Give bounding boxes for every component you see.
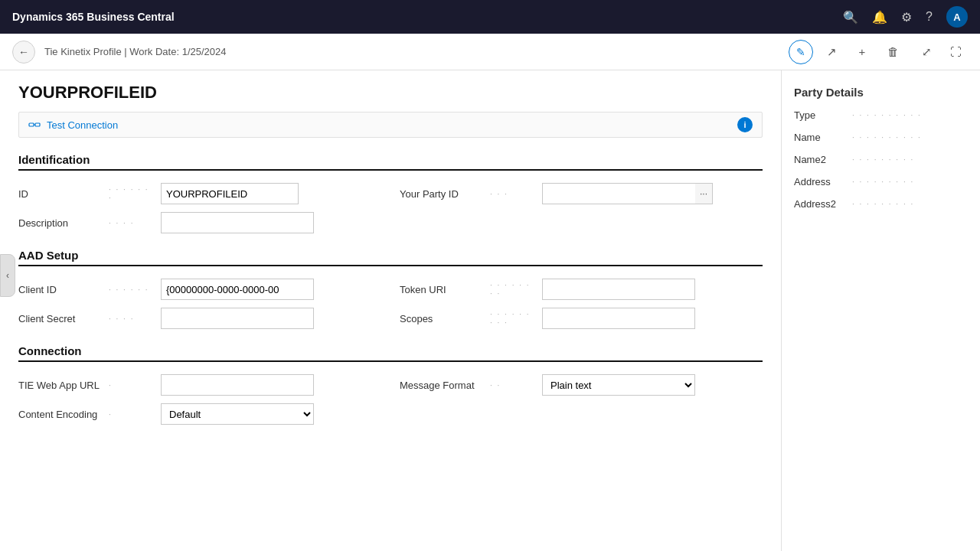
client-id-label: Client ID bbox=[18, 284, 103, 295]
tie-web-app-url-input[interactable] bbox=[161, 374, 314, 396]
search-icon[interactable]: 🔍 bbox=[843, 10, 858, 24]
party-name-label: Name bbox=[794, 132, 848, 143]
edit-button[interactable]: ✎ bbox=[789, 40, 813, 64]
client-secret-row: Client Secret · · · · bbox=[18, 308, 381, 329]
your-party-id-input-group: ··· bbox=[542, 183, 713, 204]
info-icon[interactable]: i bbox=[737, 117, 753, 132]
subheader: ← Tie Kinetix Profile | Work Date: 1/25/… bbox=[0, 34, 980, 70]
expand-icon: ⛶ bbox=[950, 45, 962, 58]
connection-section-title: Connection bbox=[18, 344, 763, 362]
your-party-id-ellipsis-button[interactable]: ··· bbox=[695, 183, 713, 204]
page-wrapper: ← Tie Kinetix Profile | Work Date: 1/25/… bbox=[0, 34, 980, 551]
content-encoding-dots: · bbox=[109, 410, 155, 419]
client-id-row: Client ID · · · · · · bbox=[18, 279, 381, 300]
identification-section-title: Identification bbox=[18, 153, 763, 171]
topbar-left: Dynamics 365 Business Central bbox=[12, 11, 175, 23]
id-input[interactable] bbox=[161, 183, 299, 204]
party-address2-label: Address2 bbox=[794, 198, 848, 210]
party-address-row: Address · · · · · · · · · bbox=[794, 176, 968, 187]
identification-form: ID · · · · · · · Your Party ID · · · ···… bbox=[18, 183, 763, 233]
tie-web-app-url-dots: · bbox=[109, 381, 155, 390]
party-name-dots: · · · · · · · · · · bbox=[852, 133, 922, 142]
edit-icon: ✎ bbox=[796, 46, 805, 58]
content-encoding-label: Content Encoding bbox=[18, 409, 103, 420]
svg-rect-0 bbox=[29, 123, 34, 126]
party-name2-row: Name2 · · · · · · · · · bbox=[794, 154, 968, 165]
party-address-dots: · · · · · · · · · bbox=[852, 178, 914, 186]
party-address2-dots: · · · · · · · · · bbox=[852, 200, 914, 208]
share-icon: ↗ bbox=[827, 45, 837, 59]
party-details-title: Party Details bbox=[794, 86, 968, 99]
client-secret-dots: · · · · bbox=[109, 315, 155, 323]
client-secret-input[interactable] bbox=[161, 308, 314, 329]
party-address2-row: Address2 · · · · · · · · · bbox=[794, 198, 968, 210]
test-connection-label: Test Connection bbox=[47, 119, 118, 131]
scopes-dots: · · · · · · · · · bbox=[490, 310, 536, 327]
your-party-id-label: Your Party ID bbox=[400, 188, 484, 200]
back-button[interactable]: ← bbox=[12, 41, 35, 64]
token-uri-input[interactable] bbox=[542, 279, 695, 300]
topbar: Dynamics 365 Business Central 🔍 🔔 ⚙ ? A bbox=[0, 0, 980, 34]
client-id-input[interactable] bbox=[161, 279, 314, 300]
open-external-button[interactable]: ⤢ bbox=[914, 40, 939, 64]
chevron-left-icon: ‹ bbox=[6, 270, 9, 281]
app-title: Dynamics 365 Business Central bbox=[12, 11, 175, 23]
scopes-label: Scopes bbox=[400, 313, 484, 324]
description-row: Description · · · · bbox=[18, 212, 381, 233]
party-address-label: Address bbox=[794, 176, 848, 187]
party-details-panel: Party Details Type · · · · · · · · · · N… bbox=[781, 70, 980, 551]
scopes-input[interactable] bbox=[542, 308, 695, 329]
connection-section: Connection TIE Web App URL · Message For… bbox=[18, 344, 763, 425]
connection-form: TIE Web App URL · Message Format · · Pla… bbox=[18, 374, 763, 425]
description-label: Description bbox=[18, 217, 103, 229]
message-format-row: Message Format · · Plain text XML JSON E… bbox=[400, 374, 763, 396]
party-name-row: Name · · · · · · · · · · bbox=[794, 132, 968, 143]
subheader-right: ⤢ ⛶ bbox=[914, 40, 968, 64]
delete-button[interactable]: 🗑 bbox=[880, 40, 905, 64]
test-connection-button[interactable]: Test Connection bbox=[28, 119, 118, 131]
party-type-label: Type bbox=[794, 109, 848, 121]
share-button[interactable]: ↗ bbox=[819, 40, 844, 64]
token-uri-dots: · · · · · · · · bbox=[490, 281, 536, 298]
content-encoding-row: Content Encoding · Default UTF-8 ISO-885… bbox=[18, 403, 381, 425]
trash-icon: 🗑 bbox=[887, 45, 899, 58]
message-format-label: Message Format bbox=[400, 380, 484, 391]
settings-icon[interactable]: ⚙ bbox=[901, 10, 912, 24]
plus-icon: + bbox=[859, 45, 866, 58]
party-type-dots: · · · · · · · · · · bbox=[852, 111, 922, 119]
message-format-select[interactable]: Plain text XML JSON EDI bbox=[542, 374, 695, 396]
left-nav-toggle[interactable]: ‹ bbox=[0, 254, 15, 297]
your-party-id-dots: · · · bbox=[490, 190, 536, 198]
message-format-dots: · · bbox=[490, 381, 536, 390]
expand-button[interactable]: ⛶ bbox=[943, 40, 968, 64]
content-body: YOURPROFILEID Test Connection i Identifi… bbox=[0, 70, 980, 551]
party-type-row: Type · · · · · · · · · · bbox=[794, 109, 968, 121]
tie-web-app-url-label: TIE Web App URL bbox=[18, 380, 103, 391]
add-button[interactable]: + bbox=[850, 40, 874, 64]
description-dots: · · · · bbox=[109, 219, 155, 227]
id-row: ID · · · · · · · bbox=[18, 183, 381, 204]
party-name2-label: Name2 bbox=[794, 154, 848, 165]
subheader-actions: ✎ ↗ + 🗑 bbox=[789, 40, 905, 64]
party-name2-dots: · · · · · · · · · bbox=[852, 155, 914, 164]
scopes-row: Scopes · · · · · · · · · bbox=[400, 308, 763, 329]
your-party-id-row: Your Party ID · · · ··· bbox=[400, 183, 763, 204]
token-uri-label: Token URI bbox=[400, 284, 484, 295]
help-icon[interactable]: ? bbox=[926, 10, 933, 24]
bell-icon[interactable]: 🔔 bbox=[872, 10, 887, 24]
your-party-id-input[interactable] bbox=[542, 183, 695, 204]
aad-setup-section-title: AAD Setup bbox=[18, 249, 763, 266]
avatar[interactable]: A bbox=[946, 6, 968, 28]
token-uri-row: Token URI · · · · · · · · bbox=[400, 279, 763, 300]
breadcrumb: Tie Kinetix Profile | Work Date: 1/25/20… bbox=[44, 46, 779, 57]
page-title: YOURPROFILEID bbox=[18, 83, 763, 103]
tie-web-app-url-row: TIE Web App URL · bbox=[18, 374, 381, 396]
svg-rect-1 bbox=[35, 123, 40, 126]
id-dots: · · · · · · · bbox=[109, 185, 155, 202]
main-panel: YOURPROFILEID Test Connection i Identifi… bbox=[0, 70, 781, 551]
topbar-right: 🔍 🔔 ⚙ ? A bbox=[843, 6, 968, 28]
content-encoding-select[interactable]: Default UTF-8 ISO-8859-1 bbox=[161, 403, 314, 425]
description-input[interactable] bbox=[161, 212, 314, 233]
connection-icon bbox=[28, 119, 41, 131]
client-secret-label: Client Secret bbox=[18, 313, 103, 324]
